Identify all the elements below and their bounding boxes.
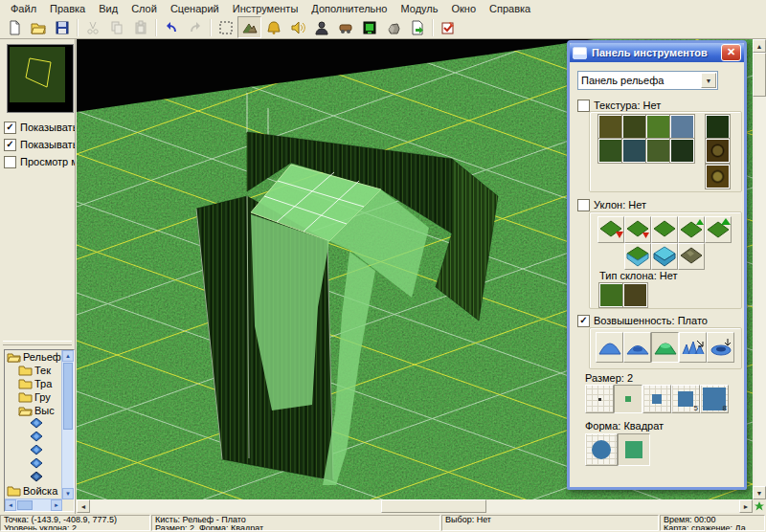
terrain-tool-button[interactable] [237, 16, 261, 38]
tree-scroll-left-icon[interactable]: ◄ [5, 499, 16, 511]
texture-swatch[interactable] [622, 115, 646, 139]
chevron-down-icon[interactable]: ▼ [701, 73, 716, 88]
tree-scroll-up-icon[interactable]: ▲ [62, 350, 74, 362]
paste-button[interactable] [128, 16, 152, 38]
texture-swatch[interactable] [646, 139, 670, 163]
panel-splitter[interactable] [3, 341, 72, 345]
tree-item[interactable]: Тек [5, 364, 62, 377]
slope-type-swatch[interactable] [599, 283, 623, 307]
stone-tool-button[interactable] [381, 16, 405, 38]
tree-item-relief[interactable]: Рельеф [5, 350, 62, 364]
unit-tool-button[interactable] [309, 16, 333, 38]
tree-vertical-scrollbar[interactable]: ▲ ▼ [61, 350, 74, 499]
texture-side-swatch[interactable] [706, 115, 730, 139]
menu-module[interactable]: Модуль [394, 2, 444, 15]
cut-button[interactable] [80, 16, 104, 38]
show-checkbox-2[interactable] [4, 139, 16, 151]
elevation-lower-button[interactable] [707, 332, 734, 363]
water-bank-button[interactable] [624, 243, 651, 270]
scroll-left-icon[interactable]: ◄ [77, 499, 90, 513]
tree-scroll-thumb[interactable] [63, 363, 73, 430]
size-8-button[interactable]: 8 [700, 385, 729, 413]
corner-grip[interactable] [753, 499, 766, 513]
elevation-hill-button[interactable] [596, 332, 623, 363]
elevation-checkbox[interactable] [577, 315, 590, 327]
menu-help[interactable]: Справка [483, 2, 537, 15]
tree-item-gem[interactable] [5, 431, 62, 444]
hscroll-thumb[interactable] [381, 499, 486, 513]
tree-item-gem[interactable] [5, 457, 62, 471]
slope-flat-button[interactable] [651, 216, 678, 243]
scroll-up-icon[interactable]: ▲ [753, 39, 766, 53]
sound-tool-button[interactable] [285, 16, 309, 38]
slope-lower-button[interactable] [624, 216, 651, 243]
redo-button[interactable] [183, 16, 207, 38]
slope-checkbox[interactable] [577, 199, 590, 211]
menu-extra[interactable]: Дополнительно [304, 2, 394, 15]
slope-raise-button[interactable] [678, 216, 705, 243]
undo-button[interactable] [159, 16, 183, 38]
tree-item[interactable]: Гру [5, 390, 62, 404]
tree-item-gem[interactable] [5, 444, 62, 457]
export-tool-button[interactable] [405, 16, 429, 38]
texture-swatch[interactable] [670, 115, 694, 139]
menu-edit[interactable]: Правка [43, 2, 92, 15]
slope-type-swatch[interactable] [623, 283, 647, 307]
show-checkbox-1[interactable] [4, 122, 16, 134]
minimap[interactable] [7, 44, 74, 113]
tree-item-heights[interactable]: Выс [5, 404, 62, 417]
elevation-spikes-button[interactable] [679, 332, 707, 363]
menu-view[interactable]: Вид [92, 2, 124, 15]
menu-layer[interactable]: Слой [124, 2, 164, 15]
cliff-button[interactable] [678, 243, 705, 270]
shape-square-button[interactable] [618, 433, 650, 466]
menu-tools[interactable]: Инструменты [226, 2, 305, 15]
new-document-button[interactable] [2, 16, 26, 38]
tree-scroll-right-icon[interactable]: ► [51, 499, 62, 511]
menu-file[interactable]: Файл [4, 2, 43, 15]
elevation-dome-button[interactable] [623, 332, 651, 363]
copy-button[interactable] [104, 16, 128, 38]
save-button[interactable] [50, 16, 74, 38]
tree-horizontal-scrollbar[interactable]: ◄ ► [5, 499, 62, 511]
texture-swatch[interactable] [670, 139, 694, 163]
shape-circle-button[interactable] [585, 433, 618, 466]
tool-panel-titlebar[interactable]: Панель инструментов ✕ [570, 43, 744, 62]
texture-swatch[interactable] [646, 115, 670, 139]
wagon-tool-button[interactable] [333, 16, 357, 38]
size-5-button[interactable]: 5 [671, 385, 700, 413]
scroll-down-icon[interactable]: ▼ [753, 486, 766, 499]
close-icon[interactable]: ✕ [721, 44, 741, 61]
texture-checkbox[interactable] [577, 100, 590, 112]
viewport-vertical-scrollbar[interactable]: ▲ ▼ [753, 39, 766, 499]
elevation-plateau-button[interactable] [651, 332, 679, 363]
tree-item-gem[interactable] [5, 417, 62, 431]
screen-tool-button[interactable] [357, 16, 381, 38]
size-1-button[interactable] [585, 385, 614, 413]
panel-mode-select[interactable]: Панель рельефа ▼ [577, 71, 718, 90]
viewport-horizontal-scrollbar[interactable]: ◄ ► [77, 499, 753, 513]
texture-swatch[interactable] [598, 115, 622, 139]
vscroll-thumb[interactable] [753, 53, 766, 97]
tree-scroll-down-icon[interactable]: ▼ [62, 488, 74, 499]
menu-scenario[interactable]: Сценарий [164, 2, 226, 15]
slope-raise-strong-button[interactable] [705, 216, 732, 243]
tree-item[interactable]: Тра [5, 377, 62, 390]
texture-swatch[interactable] [598, 139, 622, 163]
texture-side-swatch[interactable] [706, 165, 730, 188]
menu-window[interactable]: Окно [444, 2, 483, 15]
preview-checkbox[interactable] [4, 156, 16, 168]
bell-tool-button[interactable] [261, 16, 285, 38]
size-2-button[interactable] [614, 385, 642, 413]
tasks-tool-button[interactable] [436, 16, 460, 38]
size-3-button[interactable] [642, 385, 671, 413]
open-button[interactable] [26, 16, 50, 38]
texture-swatch[interactable] [622, 139, 646, 163]
tree-hscroll-thumb[interactable] [17, 500, 33, 510]
selection-button[interactable] [214, 16, 237, 38]
scroll-right-icon[interactable]: ► [739, 499, 753, 513]
slope-lower-strong-button[interactable] [597, 216, 624, 243]
tree-item-gem[interactable] [5, 471, 62, 484]
water-deep-button[interactable] [651, 243, 678, 270]
tree-item-troops[interactable]: Войска [5, 484, 62, 498]
